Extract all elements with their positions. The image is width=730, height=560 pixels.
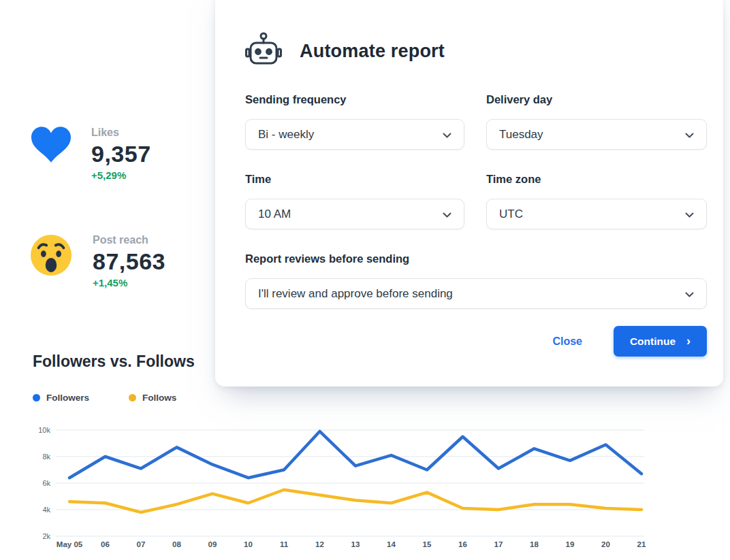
x-tick-label: 15 [423,540,432,548]
continue-button[interactable]: Continue › [614,326,707,357]
stat-label: Post reach [93,234,165,246]
robot-icon [245,31,282,71]
chevron-down-icon [685,288,694,300]
delivery-day-select[interactable]: Tuesday [486,119,707,150]
chevron-down-icon [443,129,451,141]
x-tick-label: 18 [530,540,539,548]
line-chart-canvas: 10k8k6k4k2kMay 0506070809101112131415161… [20,414,710,558]
report-reviews-select[interactable]: I'll review and approve before sending [245,278,707,309]
x-tick-label: 06 [101,540,110,548]
select-value: UTC [499,208,523,221]
x-tick-label: 08 [172,540,181,548]
x-tick-label: 21 [637,540,646,548]
modal-footer: Close Continue › [552,326,707,357]
select-value: Bi - weekly [258,128,314,142]
series-line-followers [69,431,641,478]
followers-vs-follows-chart: 10k8k6k4k2kMay 0506070809101112131415161… [20,414,710,558]
continue-button-label: Continue [630,335,676,348]
x-tick-label: 20 [601,540,610,548]
chart-title: Followers vs. Follows [33,352,195,371]
select-value: Tuesday [499,128,543,142]
x-tick-label: 07 [137,540,146,548]
chevron-down-icon [685,129,694,141]
y-tick-label: 6k [42,479,50,487]
stat-change: +1,45% [93,277,165,289]
legend-item-followers[interactable]: Followers [33,393,89,403]
likes-stat: Likes 9,357 +5,29% [31,127,151,181]
field-label-time-zone: Time zone [486,173,541,186]
followers-legend-dot [33,394,40,401]
heart-icon [31,127,71,181]
x-tick-label: 09 [208,540,217,548]
chart-legend: Followers Follows [33,393,176,403]
chevron-right-icon: › [686,335,691,347]
x-tick-label: May 05 [57,540,83,548]
chevron-down-icon [443,208,451,220]
x-tick-label: 10 [244,540,253,548]
modal-header: Automate report [245,31,445,71]
sending-frequency-select[interactable]: Bi - weekly [245,119,464,150]
field-label-report-reviews: Report reviews before sending [245,252,409,265]
legend-label: Followers [46,393,89,403]
field-label-sending-frequency: Sending frequency [245,93,347,106]
stat-label: Likes [91,127,151,139]
x-tick-label: 11 [280,540,289,548]
series-line-follows [69,490,641,512]
time-zone-select[interactable]: UTC [486,199,707,229]
x-tick-label: 14 [387,540,396,548]
dashboard-page: Likes 9,357 +5,29% Post reach 87,563 +1,… [0,0,730,560]
automate-report-modal: Automate report Sending frequency Delive… [215,0,723,386]
x-tick-label: 12 [315,540,324,548]
stat-change: +5,29% [91,169,151,181]
legend-label: Follows [142,393,176,403]
stat-value: 9,357 [91,141,151,167]
wow-icon [30,234,72,289]
y-tick-label: 8k [42,452,50,461]
x-tick-label: 16 [458,540,467,548]
x-tick-label: 19 [566,540,575,548]
y-tick-label: 4k [42,506,50,514]
post-reach-stat: Post reach 87,563 +1,45% [30,234,165,289]
select-value: I'll review and approve before sending [258,287,453,301]
x-tick-label: 13 [351,540,360,548]
follows-legend-dot [129,394,136,401]
close-button[interactable]: Close [552,335,582,348]
chevron-down-icon [685,208,694,220]
stat-value: 87,563 [93,248,165,275]
x-tick-label: 17 [494,540,503,548]
legend-item-follows[interactable]: Follows [129,393,176,403]
modal-title: Automate report [300,41,445,62]
select-value: 10 AM [258,208,291,221]
time-select[interactable]: 10 AM [245,199,464,229]
y-tick-label: 2k [42,532,50,540]
field-label-time: Time [245,173,271,186]
y-tick-label: 10k [38,426,50,434]
field-label-delivery-day: Delivery day [486,93,552,106]
